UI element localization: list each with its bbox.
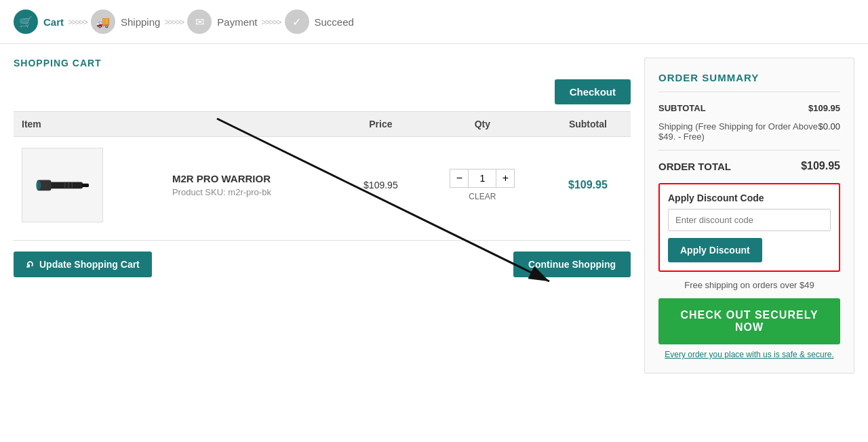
subtotal-label: SUBTOTAL xyxy=(658,103,808,113)
order-summary: ORDER SUMMARY SUBTOTAL $109.95 Shipping … xyxy=(644,58,854,374)
step-cart-label: Cart xyxy=(43,16,64,28)
cart-icon: 🛒 xyxy=(14,9,38,34)
order-summary-title: ORDER SUMMARY xyxy=(658,72,840,92)
cart-section: SHOPPING CART Checkout Item Price Qty Su… xyxy=(14,58,631,374)
step-succeed[interactable]: ✓ Succeed xyxy=(285,9,354,34)
order-total-label: ORDER TOTAL xyxy=(658,161,731,172)
cart-bottom-row: ↻ Update Shopping Cart Continue Shopping xyxy=(14,252,631,277)
shipping-value: $0.00 xyxy=(818,121,840,132)
subtotal-row: SUBTOTAL $109.95 xyxy=(658,103,840,113)
cart-table: Item Price Qty Subtotal xyxy=(14,111,631,233)
qty-input[interactable] xyxy=(469,169,496,188)
payment-icon: ✉ xyxy=(187,9,212,34)
order-total-row: ORDER TOTAL $109.95 xyxy=(658,157,840,172)
product-qty: − + CLEAR xyxy=(420,137,545,234)
table-row: M2R PRO WARRIOR Product SKU: m2r-pro-bk … xyxy=(14,137,631,234)
clear-link[interactable]: CLEAR xyxy=(428,192,537,201)
step-shipping[interactable]: 🚚 Shipping xyxy=(91,9,160,34)
shipping-icon: 🚚 xyxy=(91,9,115,34)
checkout-secure-button[interactable]: CHECK OUT SECURELY NOW xyxy=(658,298,840,344)
step-shipping-label: Shipping xyxy=(121,16,160,28)
cart-divider xyxy=(14,240,631,241)
shipping-label: Shipping (Free Shipping for Order Above … xyxy=(658,121,818,142)
secure-note: Every order you place with us is safe & … xyxy=(658,350,840,359)
subtotal-value: $109.95 xyxy=(808,103,840,113)
product-subtotal: $109.95 xyxy=(545,137,631,234)
continue-shopping-button[interactable]: Continue Shopping xyxy=(513,252,631,277)
qty-increase-button[interactable]: + xyxy=(496,169,515,188)
product-price: $109.95 xyxy=(342,137,420,234)
step-payment[interactable]: ✉ Payment xyxy=(187,9,257,34)
svg-rect-8 xyxy=(82,184,90,187)
discount-title: Apply Discount Code xyxy=(668,193,831,203)
order-total-value: $109.95 xyxy=(801,160,840,172)
shopping-cart-title: SHOPPING CART xyxy=(14,58,631,68)
breadcrumb-steps: 🛒 Cart >>>>> 🚚 Shipping >>>>> ✉ Payment … xyxy=(0,0,868,44)
free-shipping-note: Free shipping on orders over $49 xyxy=(658,280,840,290)
update-cart-button[interactable]: ↻ Update Shopping Cart xyxy=(14,252,152,277)
product-image xyxy=(22,148,103,222)
flashlight-svg xyxy=(32,175,93,195)
summary-divider xyxy=(658,150,840,150)
step-payment-label: Payment xyxy=(217,16,257,28)
succeed-icon: ✓ xyxy=(285,9,309,34)
col-qty: Qty xyxy=(420,112,545,137)
apply-discount-button[interactable]: Apply Discount xyxy=(668,238,762,262)
product-sku: Product SKU: m2r-pro-bk xyxy=(172,187,334,197)
step-cart[interactable]: 🛒 Cart xyxy=(14,9,64,34)
step-succeed-label: Succeed xyxy=(315,16,354,28)
col-item: Item xyxy=(14,112,342,137)
product-image-cell xyxy=(14,137,164,234)
col-subtotal: Subtotal xyxy=(545,112,631,137)
svg-point-4 xyxy=(36,181,41,190)
arrow-2: >>>>> xyxy=(164,17,183,27)
col-price: Price xyxy=(342,112,420,137)
checkout-top-button[interactable]: Checkout xyxy=(555,79,631,104)
discount-code-input[interactable] xyxy=(668,209,831,231)
qty-decrease-button[interactable]: − xyxy=(450,169,469,188)
arrow-3: >>>>> xyxy=(262,17,281,27)
discount-box: Apply Discount Code Apply Discount xyxy=(658,183,840,272)
arrow-1: >>>>> xyxy=(68,17,87,27)
checkout-top-row: Checkout xyxy=(14,79,631,104)
qty-controls: − + xyxy=(428,169,537,188)
shipping-row: Shipping (Free Shipping for Order Above … xyxy=(658,121,840,142)
product-name: M2R PRO WARRIOR xyxy=(172,173,334,184)
product-info-cell: M2R PRO WARRIOR Product SKU: m2r-pro-bk xyxy=(164,137,342,234)
